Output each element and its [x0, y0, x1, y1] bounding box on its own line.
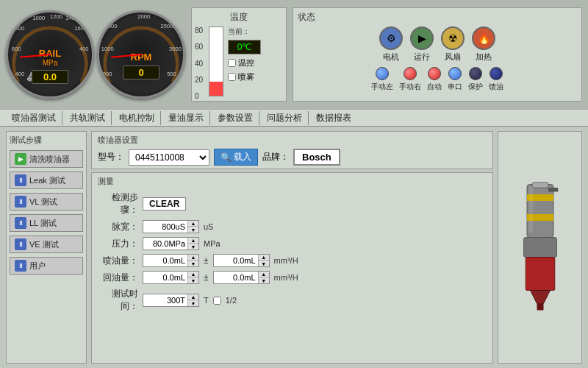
time-label: 测试时间：: [98, 288, 138, 313]
run-icon: ▶: [410, 26, 434, 50]
time-spinbox[interactable]: ▲ ▼: [143, 294, 199, 307]
fan-label: 风扇: [445, 52, 461, 63]
user-btn[interactable]: ⏸ 用户: [10, 257, 83, 275]
pulse-spin-up[interactable]: ▲: [188, 221, 198, 227]
nav-param-settings[interactable]: 参数设置: [212, 111, 259, 125]
nav-data-report[interactable]: 数据报表: [310, 111, 357, 125]
model-select[interactable]: 0445110008: [129, 149, 209, 166]
svg-text:2500: 2500: [161, 23, 173, 29]
return-spinbox1[interactable]: ▲ ▼: [143, 271, 199, 284]
temp-right: 当前： 0℃ 温控 喷雾: [228, 26, 261, 100]
pulse-unit: uS: [204, 222, 213, 231]
return-spin-up2[interactable]: ▲: [259, 272, 269, 277]
fuel-input1[interactable]: [143, 255, 187, 266]
pulse-input[interactable]: [143, 222, 187, 232]
nav-problem-analysis[interactable]: 问题分析: [261, 111, 309, 125]
pause-icon-3: ⏸: [15, 217, 26, 229]
meas-row-pressure: 压力： ▲ ▼ MPa: [98, 237, 487, 250]
load-btn[interactable]: 🔍 载入: [214, 149, 258, 166]
pressure-spinbox[interactable]: ▲ ▼: [143, 237, 199, 250]
pressure-input[interactable]: [143, 238, 187, 249]
pressure-spinbox-btns: ▲ ▼: [187, 238, 198, 250]
return-spin-down1[interactable]: ▼: [188, 277, 198, 283]
plus-sign-2: ±: [204, 272, 209, 283]
ve-test-btn[interactable]: ⏸ VE 测试: [10, 236, 83, 253]
injector-image: [503, 181, 577, 314]
spray-checkbox[interactable]: [228, 73, 236, 81]
nav-rail-test[interactable]: 共轨测试: [64, 111, 112, 125]
svg-rect-23: [537, 304, 543, 311]
ll-test-btn[interactable]: ⏸ LL 测试: [10, 214, 83, 232]
rail-sublabel: MPa: [43, 59, 58, 67]
left-panel: 测试步骤 ▶ 清洗喷油器 ⏸ Leak 测试 ⏸ VL 测试 ⏸ LL 测试 ⏸…: [6, 131, 87, 364]
heat-label: 加热: [476, 52, 492, 63]
fuel-qty-label: 喷油量：: [98, 255, 138, 267]
temp-control-row: 温控: [228, 57, 261, 68]
fuel-unit: mm³/H: [274, 256, 298, 265]
time-unit: T: [204, 296, 209, 305]
status-heat: 🔥 加热: [472, 26, 495, 63]
temp-current-label: 当前：: [228, 26, 261, 37]
protect-label: 保护: [468, 82, 483, 92]
time-spin-up[interactable]: ▲: [188, 294, 198, 300]
fuel-spinbox2[interactable]: ▲ ▼: [213, 254, 270, 267]
rpm-gauge: 500 1000 1500 2000 2500 3000 500 RPM 0: [97, 10, 185, 99]
pulse-spinbox[interactable]: ▲ ▼: [143, 220, 199, 233]
return-spin-down2[interactable]: ▼: [259, 277, 269, 283]
fuel-spinbox1[interactable]: ▲ ▼: [143, 254, 199, 267]
clear-button[interactable]: CLEAR: [143, 197, 186, 210]
motor-label: 电机: [383, 52, 399, 63]
meas-row-pulse: 脉宽： ▲ ▼ uS: [98, 220, 487, 233]
status-run: ▶ 运行: [410, 26, 434, 63]
model-label: 型号：: [98, 151, 124, 163]
manual-left-label: 手动左: [371, 82, 393, 92]
time-input[interactable]: [143, 295, 187, 305]
pause-icon-1: ⏸: [15, 174, 26, 186]
temp-scale: 80 60 40 20 0: [195, 26, 204, 100]
fuel-spin-down2[interactable]: ▼: [259, 261, 269, 266]
nav-oil-display[interactable]: 量油显示: [162, 111, 210, 125]
measurement-title: 测量: [98, 176, 487, 187]
fuel-spin-up2[interactable]: ▲: [259, 255, 269, 261]
svg-rect-19: [532, 183, 548, 188]
pressure-spin-down[interactable]: ▼: [188, 244, 198, 250]
top-section: 600 400 600 800 1000 1200 1400 1600 400 …: [0, 0, 588, 109]
return-input1[interactable]: [143, 272, 187, 283]
spray-row: 喷雾: [228, 71, 261, 82]
meas-row-time: 测试时间： ▲ ▼ T 1/2: [98, 288, 487, 313]
nav-injector-test[interactable]: 喷油器测试: [6, 111, 62, 125]
motor-icon: ⚙: [379, 26, 403, 50]
svg-text:1500: 1500: [105, 23, 118, 29]
leak-test-btn[interactable]: ⏸ Leak 测试: [10, 171, 83, 189]
light-protect: 保护: [468, 67, 483, 92]
vl-test-btn[interactable]: ⏸ VL 测试: [10, 193, 83, 210]
temp-value: 0℃: [228, 40, 261, 54]
time-spin-down[interactable]: ▼: [188, 300, 198, 306]
nav-motor-control[interactable]: 电机控制: [113, 111, 161, 125]
fuel-spin-up1[interactable]: ▲: [188, 255, 198, 261]
pause-icon-4: ⏸: [15, 238, 26, 250]
return-spin-up1[interactable]: ▲: [188, 272, 198, 277]
svg-text:3000: 3000: [169, 46, 182, 52]
svg-text:600: 600: [12, 46, 21, 52]
pulse-spin-down[interactable]: ▼: [188, 227, 198, 233]
fuel-spin-down1[interactable]: ▼: [188, 261, 198, 266]
temp-control-checkbox[interactable]: [228, 59, 236, 67]
rpm-value: 0: [123, 66, 159, 79]
rail-value: 0.0: [32, 70, 68, 84]
pressure-spin-up[interactable]: ▲: [188, 238, 198, 244]
svg-rect-21: [526, 258, 555, 291]
svg-text:1400: 1400: [65, 15, 78, 21]
return-input2[interactable]: [214, 272, 258, 283]
return-spinbox2[interactable]: ▲ ▼: [213, 271, 270, 284]
fuel-input2[interactable]: [214, 255, 258, 266]
pulse-label: 脉宽：: [98, 221, 138, 233]
half-checkbox[interactable]: [213, 297, 221, 305]
light-manual-right: 手动右: [399, 67, 421, 92]
clean-injector-btn[interactable]: ▶ 清洗喷油器: [10, 150, 83, 168]
search-icon: 🔍: [220, 152, 232, 163]
brand-label: 品牌：: [262, 151, 289, 163]
svg-rect-20: [523, 238, 556, 258]
svg-rect-24: [548, 188, 558, 191]
light-serial: 串口: [448, 67, 462, 92]
